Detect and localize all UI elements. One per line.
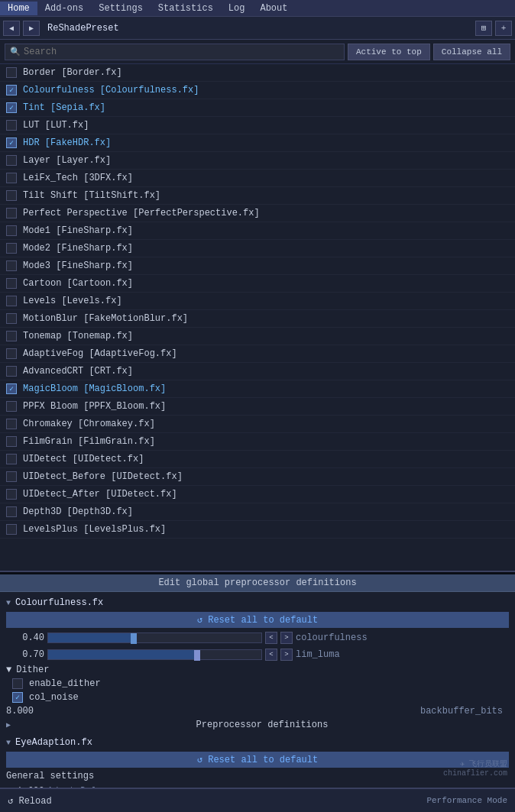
effect-item[interactable]: UIDetect_After [UIDetect.fx] (0, 486, 515, 503)
effect-name: FilmGrain [FilmGrain.fx] (23, 436, 155, 447)
effect-checkbox[interactable]: ✓ (6, 137, 17, 148)
effect-checkbox[interactable] (6, 331, 17, 341)
search-wrap[interactable]: 🔍 (5, 44, 345, 60)
effect-item[interactable]: Border [Border.fx] (0, 64, 515, 82)
effect-item[interactable]: Mode2 [FineSharp.fx] (0, 240, 515, 257)
dither-sub-title[interactable]: ▼ Dither (0, 663, 515, 677)
effect-item[interactable]: Cartoon [Cartoon.fx] (0, 275, 515, 293)
colourfulness-thumb[interactable] (131, 633, 137, 644)
menu-log[interactable]: Log (221, 2, 253, 15)
effect-checkbox[interactable]: ✓ (6, 85, 17, 95)
effect-item[interactable]: MotionBlur [FakeMotionBlur.fx] (0, 310, 515, 328)
effect-checkbox[interactable] (6, 419, 17, 429)
colourfulness-reset-button[interactable]: ↺ Reset all to default (6, 612, 509, 628)
search-input[interactable] (24, 47, 339, 57)
effect-checkbox[interactable]: ✓ (6, 102, 17, 113)
effect-item[interactable]: Levels [Levels.fx] (0, 293, 515, 310)
menu-home[interactable]: Home (0, 2, 37, 15)
effects-list[interactable]: Border [Border.fx]✓Colourfulness [Colour… (0, 64, 515, 572)
effect-item[interactable]: ✓Tint [Sepia.fx] (0, 99, 515, 117)
effect-item[interactable]: Mode1 [FineSharp.fx] (0, 222, 515, 240)
effect-checkbox[interactable] (6, 296, 17, 306)
effect-checkbox[interactable] (6, 173, 17, 183)
menu-statistics[interactable]: Statistics (151, 2, 221, 15)
effect-checkbox[interactable] (6, 471, 17, 482)
effect-item[interactable]: UIDetect_Before [UIDetect.fx] (0, 468, 515, 486)
effect-item[interactable]: Mode3 [FineSharp.fx] (0, 257, 515, 275)
effect-name: Tilt Shift [TiltShift.fx] (23, 190, 160, 201)
active-top-button[interactable]: Active to top (348, 44, 430, 60)
effect-checkbox[interactable] (6, 436, 17, 447)
effect-name: Border [Border.fx] (23, 67, 122, 78)
effect-checkbox[interactable] (6, 401, 17, 412)
limluma-slider[interactable] (47, 649, 262, 660)
effect-checkbox[interactable] (6, 120, 17, 131)
param-colourfulness-row: 0.40 < > colourfulness (0, 629, 515, 646)
effect-checkbox[interactable]: ✓ (6, 383, 17, 394)
colourfulness-title[interactable]: ▼ Colourfulness.fx (0, 595, 515, 610)
nav-back-button[interactable]: ◀ (3, 21, 20, 36)
effect-item[interactable]: UIDetect [UIDetect.fx] (0, 451, 515, 468)
limluma-param-name: lim_luma (296, 649, 509, 660)
effect-checkbox[interactable] (6, 348, 17, 359)
collapse-all-button[interactable]: Collapse all (433, 44, 510, 60)
effect-checkbox[interactable] (6, 313, 17, 324)
colourfulness-slider[interactable] (47, 632, 262, 643)
add-icon[interactable]: + (495, 21, 512, 36)
effect-item[interactable]: PPFX Bloom [PPFX_Bloom.fx] (0, 398, 515, 416)
effect-checkbox[interactable] (6, 489, 17, 500)
eyeadaption-reset-button[interactable]: ↺ Reset all to default (6, 752, 509, 768)
enable-dither-row[interactable]: enable_dither (0, 677, 515, 691)
effect-item[interactable]: Tilt Shift [TiltShift.fx] (0, 187, 515, 205)
watermark-text: ✈ 飞行员联盟 (443, 759, 507, 769)
effect-item[interactable]: ✓MagicBloom [MagicBloom.fx] (0, 380, 515, 398)
effect-item[interactable]: LevelsPlus [LevelsPlus.fx] (0, 521, 515, 539)
effect-item[interactable]: Tonemap [Tonemap.fx] (0, 328, 515, 345)
colourfulness-dec[interactable]: < (265, 632, 277, 644)
effect-item[interactable]: AdvancedCRT [CRT.fx] (0, 363, 515, 380)
preprocessor-row[interactable]: ▶ Preprocessor definitions (0, 718, 515, 732)
title-bar: ◀ ▶ ReShadePreset ⊞ + (0, 17, 515, 40)
colourfulness-inc[interactable]: > (280, 632, 293, 644)
effect-checkbox[interactable] (6, 506, 17, 517)
effect-item[interactable]: ✓Colourfulness [Colourfulness.fx] (0, 82, 515, 99)
effect-checkbox[interactable] (6, 260, 17, 271)
colourfulness-label: Colourfulness.fx (15, 597, 103, 608)
effect-checkbox[interactable] (6, 155, 17, 166)
effect-item[interactable]: Perfect Perspective [PerfectPerspective.… (0, 205, 515, 222)
limluma-thumb[interactable] (194, 650, 200, 661)
menu-addons[interactable]: Add-ons (37, 2, 91, 15)
limluma-inc[interactable]: > (280, 649, 293, 661)
effect-item[interactable]: Layer [Layer.fx] (0, 152, 515, 170)
menu-about[interactable]: About (252, 2, 295, 15)
save-icon[interactable]: ⊞ (475, 21, 492, 36)
effect-checkbox[interactable] (6, 278, 17, 289)
effect-item[interactable]: FilmGrain [FilmGrain.fx] (0, 433, 515, 451)
nav-forward-button[interactable]: ▶ (23, 21, 40, 36)
effect-checkbox[interactable] (6, 225, 17, 236)
reload-button[interactable]: ↺ Reload (8, 795, 52, 807)
effect-name: Tonemap [Tonemap.fx] (23, 331, 133, 341)
enable-dither-checkbox[interactable] (12, 678, 23, 689)
effect-checkbox[interactable] (6, 454, 17, 464)
effect-checkbox[interactable] (6, 524, 17, 535)
col-noise-row[interactable]: ✓ col_noise (0, 691, 515, 704)
enable-dither-label: enable_dither (29, 678, 101, 689)
eyeadaption-title[interactable]: ▼ EyeAdaption.fx (0, 735, 515, 750)
effect-item[interactable]: LeiFx_Tech [3DFX.fx] (0, 170, 515, 187)
effect-item[interactable]: ✓HDR [FakeHDR.fx] (0, 134, 515, 152)
effect-item[interactable]: LUT [LUT.fx] (0, 117, 515, 134)
effect-item[interactable]: Depth3D [Depth3D.fx] (0, 503, 515, 521)
menu-settings[interactable]: Settings (91, 2, 151, 15)
colourfulness-param-name: colourfulness (296, 632, 509, 643)
effect-checkbox[interactable] (6, 208, 17, 218)
settings-area[interactable]: ▼ Colourfulness.fx ↺ Reset all to defaul… (0, 592, 515, 788)
effect-checkbox[interactable] (6, 67, 17, 78)
limluma-dec[interactable]: < (265, 649, 277, 661)
effect-checkbox[interactable] (6, 366, 17, 377)
effect-checkbox[interactable] (6, 190, 17, 201)
effect-item[interactable]: Chromakey [Chromakey.fx] (0, 416, 515, 433)
col-noise-checkbox[interactable]: ✓ (12, 692, 23, 703)
effect-checkbox[interactable] (6, 243, 17, 254)
effect-item[interactable]: AdaptiveFog [AdaptiveFog.fx] (0, 345, 515, 363)
